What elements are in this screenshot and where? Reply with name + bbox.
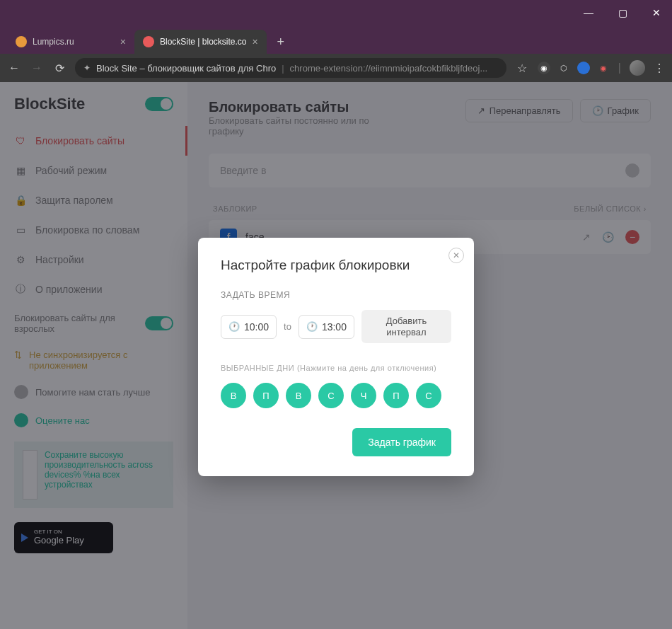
time-to-value: 13:00 bbox=[322, 321, 347, 333]
ext-icon-1[interactable]: ◉ bbox=[538, 62, 550, 74]
day-mon[interactable]: П bbox=[253, 383, 279, 408]
window-maximize[interactable]: ▢ bbox=[613, 3, 632, 23]
ext-icon-3[interactable] bbox=[577, 62, 590, 74]
nav-forward-button[interactable]: → bbox=[30, 62, 44, 74]
nav-reload-button[interactable]: ⟳ bbox=[52, 62, 66, 75]
window-minimize[interactable]: — bbox=[579, 3, 598, 23]
time-from-value: 10:00 bbox=[244, 321, 269, 333]
clock-icon: 🕐 bbox=[306, 321, 318, 332]
day-sun[interactable]: В bbox=[221, 383, 246, 408]
ext-icon-2[interactable]: ⬡ bbox=[557, 62, 570, 74]
modal-close-button[interactable]: ✕ bbox=[448, 248, 464, 263]
days-hint: (Нажмите на день для отключения) bbox=[297, 364, 436, 372]
days-row: В П В С Ч П С bbox=[221, 383, 451, 408]
browser-menu-button[interactable]: ⋮ bbox=[654, 62, 665, 75]
day-thu[interactable]: Ч bbox=[351, 383, 376, 408]
add-interval-button[interactable]: Добавить интервал bbox=[361, 310, 451, 343]
url-text-prefix: Block Site – блокировщик сайтов для Chro bbox=[96, 63, 276, 74]
time-to-input[interactable]: 🕐 13:00 bbox=[299, 315, 354, 339]
extension-icons: ◉ ⬡ ◉ bbox=[538, 62, 610, 74]
tab-close-icon[interactable]: × bbox=[253, 36, 258, 47]
ext-icon-4[interactable]: ◉ bbox=[597, 62, 610, 74]
days-section-label: ВЫБРАННЫЕ ДНИ (Нажмите на день для отклю… bbox=[221, 363, 451, 373]
tab-lumpics[interactable]: Lumpics.ru × bbox=[7, 30, 134, 54]
favicon-lumpics-icon bbox=[16, 36, 27, 47]
to-label: to bbox=[284, 321, 291, 332]
profile-avatar[interactable] bbox=[630, 60, 645, 76]
window-titlebar: — ▢ ✕ bbox=[0, 0, 672, 25]
nav-back-button[interactable]: ← bbox=[7, 62, 21, 74]
schedule-modal: ✕ Настройте график блокировки ЗАДАТЬ ВРЕ… bbox=[198, 238, 474, 476]
time-section-label: ЗАДАТЬ ВРЕМЯ bbox=[221, 290, 451, 300]
url-input[interactable]: ✦ Block Site – блокировщик сайтов для Ch… bbox=[75, 58, 506, 78]
window-close[interactable]: ✕ bbox=[647, 3, 666, 23]
day-fri[interactable]: П bbox=[383, 383, 409, 408]
clock-icon: 🕐 bbox=[228, 321, 240, 332]
time-from-input[interactable]: 🕐 10:00 bbox=[221, 315, 277, 339]
day-tue[interactable]: В bbox=[286, 383, 311, 408]
new-tab-button[interactable]: + bbox=[271, 32, 291, 52]
url-text-suffix: chrome-extension://eiimnmioipafcokbfikbl… bbox=[290, 63, 488, 74]
modal-title: Настройте график блокировки bbox=[221, 258, 451, 273]
address-bar: ← → ⟳ ✦ Block Site – блокировщик сайтов … bbox=[0, 54, 672, 82]
tab-blocksite[interactable]: BlockSite | blocksite.co × bbox=[134, 30, 267, 54]
tab-title: BlockSite | blocksite.co bbox=[160, 37, 247, 47]
submit-button[interactable]: Задать график bbox=[352, 428, 451, 456]
tab-title: Lumpics.ru bbox=[33, 37, 74, 47]
tab-close-icon[interactable]: × bbox=[120, 36, 126, 47]
day-wed[interactable]: С bbox=[318, 383, 344, 408]
favicon-blocksite-icon bbox=[143, 36, 154, 47]
extension-icon: ✦ bbox=[83, 63, 91, 73]
tab-strip: Lumpics.ru × BlockSite | blocksite.co × … bbox=[0, 25, 672, 54]
bookmark-star-icon[interactable]: ☆ bbox=[515, 62, 529, 75]
day-sat[interactable]: С bbox=[416, 383, 441, 408]
